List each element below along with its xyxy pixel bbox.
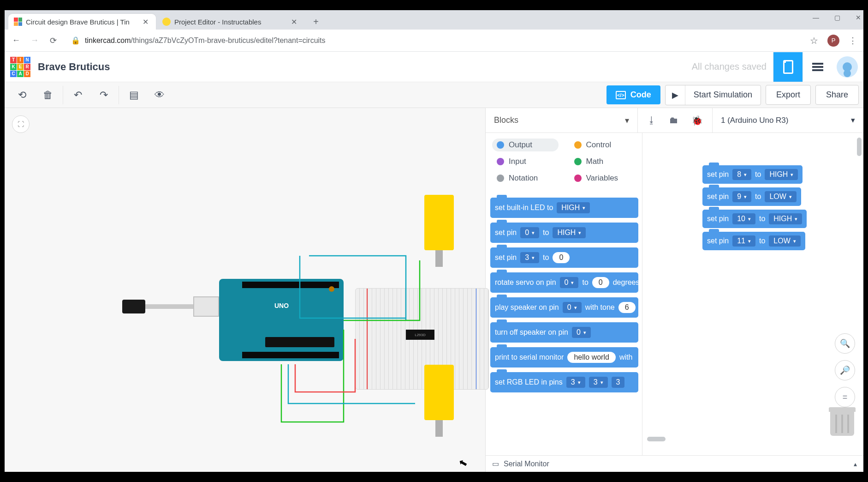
- dropdown[interactable]: HIGH▾: [553, 227, 586, 238]
- text-input[interactable]: hello world: [567, 352, 615, 363]
- dropdown[interactable]: 10▾: [732, 213, 755, 224]
- export-button[interactable]: Export: [766, 85, 811, 105]
- category-control[interactable]: Control: [570, 139, 636, 151]
- save-status: All changes saved: [692, 61, 767, 72]
- dropdown[interactable]: HIGH▾: [557, 202, 590, 213]
- maximize-icon[interactable]: ▢: [834, 14, 840, 21]
- download-icon[interactable]: ⭳: [647, 115, 656, 126]
- block-palette: Output Control Input Math Notation Varia…: [486, 133, 642, 455]
- user-avatar[interactable]: [837, 56, 858, 78]
- code-button[interactable]: </> Code: [606, 85, 660, 104]
- code-view-label: Blocks: [494, 115, 518, 125]
- dropdown[interactable]: 11▾: [732, 235, 755, 247]
- new-tab-button[interactable]: +: [309, 15, 323, 29]
- dc-motor-top[interactable]: [424, 195, 454, 250]
- block-rgb-led[interactable]: set RGB LED in pins 3▾ 3▾ 3: [490, 372, 638, 392]
- blocks-workspace[interactable]: set pin 8▾ to HIGH▾ set pin 9▾ to LOW▾ s…: [642, 133, 863, 455]
- visibility-icon[interactable]: 👁: [147, 86, 172, 104]
- block-servo[interactable]: rotate servo on pin 0▾ to 0 degrees: [490, 272, 638, 293]
- menu-icon[interactable]: ⋮: [849, 36, 857, 46]
- block-speaker[interactable]: play speaker on pin 0▾ with tone 6: [490, 297, 638, 318]
- code-panel: Blocks ▾ ⭳ 🖿 🐞 1 (Arduino Uno R3) ▾ Outp…: [485, 108, 863, 472]
- zoom-out-button[interactable]: 🔎: [835, 360, 855, 380]
- fit-view-button[interactable]: ⛶: [12, 115, 30, 133]
- dropdown[interactable]: HIGH▾: [769, 213, 802, 224]
- dropdown[interactable]: 8▾: [732, 169, 751, 180]
- workspace-block[interactable]: set pin 8▾ to HIGH▾: [702, 165, 803, 184]
- horizontal-scrollbar[interactable]: [647, 437, 854, 441]
- forward-icon[interactable]: →: [30, 36, 40, 46]
- trash-icon[interactable]: [830, 407, 854, 436]
- mouse-cursor: ⬉: [458, 456, 469, 470]
- block-set-pin-high[interactable]: set pin 0▾ to HIGH▾: [490, 223, 638, 243]
- tinkercad-logo[interactable]: TIN KER CAD: [10, 57, 30, 77]
- dropdown[interactable]: 0▾: [520, 227, 539, 238]
- browser-tab[interactable]: Project Editor - Instructables ✕: [157, 14, 304, 30]
- block-serial-print[interactable]: print to serial monitor hello world with: [490, 347, 638, 368]
- minimize-icon[interactable]: —: [813, 14, 819, 21]
- close-icon[interactable]: ✕: [289, 18, 299, 26]
- zoom-in-button[interactable]: 🔍: [835, 333, 855, 354]
- dropdown[interactable]: 3▾: [520, 252, 539, 263]
- category-input[interactable]: Input: [492, 155, 559, 168]
- block-set-pin-value[interactable]: set pin 3▾ to 0: [490, 247, 638, 268]
- components-list-button[interactable]: [803, 52, 832, 82]
- dropdown[interactable]: HIGH▾: [765, 169, 798, 180]
- usb-cable[interactable]: [122, 297, 219, 316]
- workspace-block[interactable]: set pin 9▾ to LOW▾: [702, 187, 801, 206]
- device-select[interactable]: 1 (Arduino Uno R3) ▾: [713, 115, 863, 125]
- debugger-icon[interactable]: 🐞: [691, 115, 703, 126]
- block-speaker-off[interactable]: turn off speaker on pin 0▾: [490, 322, 638, 343]
- number-input[interactable]: 6: [618, 302, 636, 313]
- dropdown[interactable]: 3: [612, 377, 625, 388]
- dropdown[interactable]: 0▾: [563, 302, 582, 313]
- block-builtin-led[interactable]: set built-in LED to HIGH▾: [490, 198, 638, 218]
- serial-monitor-toggle[interactable]: ▭ Serial Monitor ▴: [486, 455, 863, 472]
- dropdown[interactable]: LOW▾: [765, 191, 796, 202]
- close-icon[interactable]: ✕: [141, 18, 150, 26]
- number-input[interactable]: 0: [592, 277, 609, 288]
- number-input[interactable]: 0: [553, 252, 570, 263]
- dropdown[interactable]: 0▾: [560, 277, 579, 288]
- share-button[interactable]: Share: [815, 85, 859, 105]
- dropdown[interactable]: 3▾: [566, 377, 585, 388]
- arduino-board[interactable]: UNO: [219, 279, 344, 361]
- circuit-canvas[interactable]: ⛶ UNO L293D: [5, 108, 485, 472]
- play-icon[interactable]: ▶: [666, 85, 685, 105]
- simulation-button[interactable]: ▶ Start Simulation: [665, 85, 761, 105]
- category-output[interactable]: Output: [492, 139, 559, 151]
- redo-icon[interactable]: ↷: [91, 86, 117, 104]
- rotate-icon[interactable]: ⟲: [9, 86, 35, 104]
- chevron-down-icon: ▾: [851, 115, 855, 125]
- notes-icon[interactable]: ▤: [121, 86, 147, 104]
- profile-avatar[interactable]: P: [827, 35, 839, 47]
- category-notation[interactable]: Notation: [492, 172, 559, 185]
- delete-icon[interactable]: 🗑: [35, 86, 61, 104]
- browser-tab-active[interactable]: Circuit design Brave Bruticus | Tin ✕: [8, 14, 156, 30]
- close-window-icon[interactable]: ✕: [855, 14, 862, 21]
- dropdown[interactable]: 9▾: [732, 191, 751, 202]
- url-input[interactable]: 🔒 tinkercad.com/things/aZ7bVcZyOTm-brave…: [66, 36, 802, 45]
- workspace-block[interactable]: set pin 10▾ to HIGH▾: [702, 210, 807, 228]
- vertical-scrollbar[interactable]: [857, 138, 862, 428]
- code-view-select[interactable]: Blocks ▾: [486, 108, 638, 133]
- circuit-view-button[interactable]: [773, 52, 803, 82]
- libraries-icon[interactable]: 🖿: [669, 115, 678, 126]
- dropdown[interactable]: 0▾: [572, 327, 591, 338]
- project-title[interactable]: Brave Bruticus: [38, 61, 692, 73]
- undo-icon[interactable]: ↶: [65, 86, 91, 104]
- back-icon[interactable]: ←: [11, 36, 21, 46]
- browser-tabstrip: Circuit design Brave Bruticus | Tin ✕ Pr…: [5, 10, 863, 30]
- palette-block-list[interactable]: set built-in LED to HIGH▾ set pin 0▾ to …: [486, 190, 642, 455]
- dc-motor-bottom[interactable]: [424, 365, 454, 420]
- dropdown[interactable]: 3▾: [589, 377, 608, 388]
- workspace-block[interactable]: set pin 11▾ to LOW▾: [702, 232, 805, 250]
- category-math[interactable]: Math: [570, 155, 636, 168]
- url-path: /things/aZ7bVcZyOTm-brave-bruticus/edite…: [131, 36, 326, 45]
- dropdown[interactable]: LOW▾: [769, 235, 800, 247]
- l293d-chip[interactable]: L293D: [406, 330, 434, 340]
- reload-icon[interactable]: ⟳: [48, 36, 58, 46]
- zoom-fit-button[interactable]: =: [835, 387, 855, 407]
- bookmark-icon[interactable]: ☆: [810, 35, 818, 46]
- category-variables[interactable]: Variables: [570, 172, 636, 185]
